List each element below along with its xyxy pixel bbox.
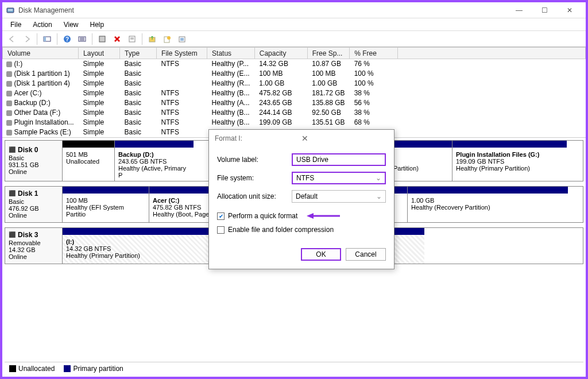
svg-text:?: ? <box>65 36 69 42</box>
dialog-title-bar: Format I: ✕ <box>209 130 394 147</box>
quick-format-label: Perform a quick format <box>228 212 297 220</box>
close-button[interactable]: ✕ <box>557 2 582 18</box>
swatch-navy <box>64 365 71 372</box>
legend: Unallocated Primary partition <box>5 362 583 374</box>
disk-icon <box>6 81 12 87</box>
col-fs[interactable]: File System <box>157 48 207 59</box>
col-pct[interactable]: % Free <box>350 48 398 59</box>
col-status[interactable]: Status <box>207 48 255 59</box>
ok-button[interactable]: OK <box>301 248 341 261</box>
col-layout[interactable]: Layout <box>79 48 120 59</box>
file-system-select[interactable]: NTFS <box>292 172 386 184</box>
allocation-size-select[interactable]: Default <box>292 190 386 203</box>
tool-button-3[interactable] <box>176 33 188 45</box>
help-button[interactable]: ? <box>61 33 74 45</box>
column-header-row: Volume Layout Type File System Status Ca… <box>3 48 586 59</box>
annotation-arrow-icon <box>307 212 341 219</box>
svg-rect-11 <box>99 36 105 42</box>
toolbar-separator <box>92 33 92 45</box>
volume-row[interactable]: (Disk 1 partition 1)SimpleBasicHealthy (… <box>3 69 586 79</box>
disk-icon <box>6 120 12 126</box>
minimize-button[interactable]: — <box>506 2 532 18</box>
window-title: Disk Management <box>18 6 506 14</box>
disk-icon <box>6 71 12 77</box>
legend-primary: Primary partition <box>64 365 123 373</box>
partition[interactable]: 1.00 GBHealthy (Recovery Partition) <box>407 187 568 222</box>
disk-header[interactable]: Disk 1Basic476.92 GBOnline <box>5 187 63 222</box>
volume-row[interactable]: Other Data (F:)SimpleBasicNTFSHealthy (B… <box>3 108 586 118</box>
svg-rect-1 <box>8 9 13 10</box>
dialog-close-button[interactable]: ✕ <box>301 134 388 143</box>
toolbar: ? <box>2 31 586 47</box>
col-volume[interactable]: Volume <box>3 48 79 59</box>
file-system-label: File system: <box>217 174 292 182</box>
disk-header[interactable]: Disk 3Removable14.32 GBOnline <box>5 228 63 264</box>
menu-bar: File Action View Help <box>2 18 586 31</box>
legend-unallocated: Unallocated <box>9 365 55 373</box>
disk-icon <box>6 130 12 136</box>
title-bar: Disk Management — ☐ ✕ <box>2 2 586 18</box>
disk-icon <box>6 100 12 106</box>
partition-unallocated[interactable]: 501 MBUnallocated <box>63 141 114 181</box>
cancel-button[interactable]: Cancel <box>346 248 386 261</box>
show-hide-button[interactable] <box>41 33 53 45</box>
svg-rect-4 <box>44 37 46 41</box>
disk-icon <box>6 61 12 67</box>
svg-rect-19 <box>180 38 184 41</box>
volume-row[interactable]: Plugin Installation...SimpleBasicNTFSHea… <box>3 118 586 127</box>
tool-button-2[interactable] <box>161 33 173 45</box>
svg-rect-2 <box>8 10 13 11</box>
volume-row[interactable]: (I:)SimpleBasicNTFSHealthy (P...14.32 GB… <box>3 59 586 69</box>
partition[interactable]: Plugin Installation Files (G:)199.09 GB … <box>452 141 567 181</box>
disk-icon <box>6 110 12 116</box>
toolbar-separator <box>57 33 57 45</box>
menu-action[interactable]: Action <box>27 20 57 30</box>
partition[interactable]: Backup (D:)243.65 GB NTFSHealthy (Active… <box>114 141 194 181</box>
disk-icon <box>6 91 12 96</box>
toolbar-separator <box>37 33 37 45</box>
volume-row[interactable]: Acer (C:)SimpleBasicNTFSHealthy (B...475… <box>3 88 586 98</box>
maximize-button[interactable]: ☐ <box>532 2 557 18</box>
format-dialog: Format I: ✕ Volume label: File system: N… <box>208 129 394 269</box>
col-capacity[interactable]: Capacity <box>254 48 307 59</box>
disk-header[interactable]: Disk 0Basic931.51 GBOnline <box>5 141 63 181</box>
tool-button-1[interactable] <box>146 33 158 45</box>
app-icon <box>6 6 15 15</box>
menu-file[interactable]: File <box>5 20 27 30</box>
properties-button[interactable] <box>126 33 138 45</box>
volume-label-label: Volume label: <box>217 156 292 164</box>
volume-list[interactable]: Volume Layout Type File System Status Ca… <box>2 47 586 137</box>
settings-button[interactable] <box>76 33 88 45</box>
volume-label-input[interactable] <box>292 153 386 166</box>
svg-point-17 <box>167 36 171 40</box>
menu-view[interactable]: View <box>58 20 84 30</box>
col-type[interactable]: Type <box>120 48 157 59</box>
allocation-size-label: Allocation unit size: <box>217 192 292 200</box>
compression-checkbox[interactable] <box>217 226 225 234</box>
compression-label: Enable file and folder compression <box>228 226 334 234</box>
nav-forward-button[interactable] <box>21 33 33 45</box>
nav-back-button[interactable] <box>6 33 18 45</box>
partition[interactable]: 100 MBHealthy (EFI System Partitio <box>63 187 149 222</box>
col-free[interactable]: Free Sp... <box>307 48 349 59</box>
swatch-black <box>9 365 16 372</box>
col-spacer <box>398 48 586 59</box>
volume-row[interactable]: Backup (D:)SimpleBasicNTFSHealthy (A...2… <box>3 98 586 108</box>
delete-button[interactable] <box>111 33 123 45</box>
toolbar-separator <box>142 33 142 45</box>
menu-help[interactable]: Help <box>84 20 110 30</box>
volume-row[interactable]: (Disk 1 partition 4)SimpleBasicHealthy (… <box>3 79 586 88</box>
quick-format-checkbox[interactable] <box>217 212 225 220</box>
dialog-title: Format I: <box>215 134 301 142</box>
refresh-button[interactable] <box>96 33 109 45</box>
